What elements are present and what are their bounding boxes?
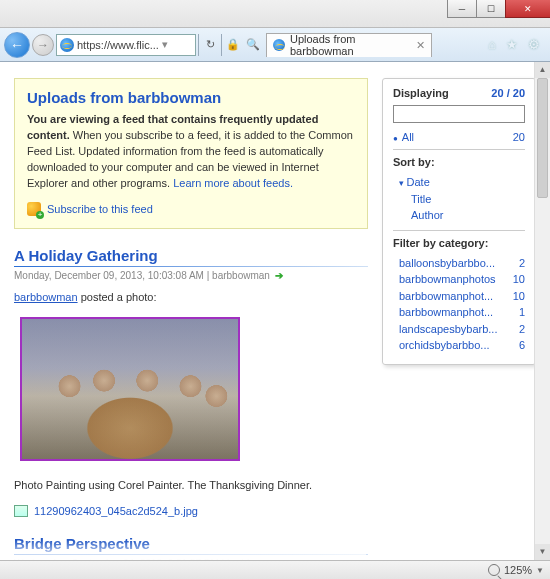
search-button[interactable]: 🔍 — [244, 34, 262, 56]
browser-toolbar: ← → https://www.flic... ▾ ↻ 🔒 🔍 Uploads … — [0, 28, 550, 62]
category-item[interactable]: balloonsbybarbbo...2 — [399, 255, 525, 272]
sort-by-label: Sort by: — [393, 156, 525, 168]
window-maximize-button[interactable]: ☐ — [476, 0, 506, 18]
sort-title[interactable]: Title — [411, 191, 525, 208]
tab-title: Uploads from barbbowman — [290, 33, 409, 57]
post-caption: Photo Painting using Corel Painter. The … — [14, 479, 368, 491]
favorites-icon[interactable]: ★ — [506, 37, 518, 52]
feed-title: Uploads from barbbowman — [27, 89, 355, 106]
feed-icon — [27, 202, 41, 216]
category-item[interactable]: barbbowmanphot...10 — [399, 288, 525, 305]
category-item[interactable]: landscapesbybarb...2 — [399, 321, 525, 338]
post-meta: Monday, December 09, 2013, 10:03:08 AM |… — [14, 270, 368, 281]
filter-input[interactable] — [393, 105, 525, 123]
zoom-control[interactable]: 125% ▼ — [488, 564, 544, 576]
scroll-down-button[interactable]: ▼ — [535, 544, 550, 560]
displaying-label: Displaying — [393, 87, 449, 99]
post-title[interactable]: Bridge Perspective — [14, 535, 368, 552]
ie-icon — [273, 39, 285, 51]
lock-icon: 🔒 — [224, 34, 242, 56]
url-text: https://www.flic... — [77, 39, 159, 51]
window-minimize-button[interactable]: ─ — [447, 0, 477, 18]
home-icon[interactable]: ⌂ — [488, 37, 496, 52]
sort-date[interactable]: Date — [399, 174, 525, 191]
forward-button[interactable]: → — [32, 34, 54, 56]
window-close-button[interactable]: ✕ — [505, 0, 550, 18]
filter-all[interactable]: ●All — [393, 131, 414, 143]
zoom-icon — [488, 564, 500, 576]
back-button[interactable]: ← — [4, 32, 30, 58]
scroll-up-button[interactable]: ▲ — [535, 62, 550, 78]
post-photo[interactable] — [20, 317, 240, 461]
zoom-level: 125% — [504, 564, 532, 576]
category-item[interactable]: orchidsbybarbbo...6 — [399, 337, 525, 354]
arrow-icon[interactable]: ➔ — [275, 270, 283, 281]
window-titlebar: ─ ☐ ✕ — [0, 0, 550, 28]
category-item[interactable]: barbbowmanphotos10 — [399, 271, 525, 288]
displaying-count: 20 / 20 — [491, 87, 525, 99]
status-bar: 125% ▼ — [0, 560, 550, 579]
subscribe-link[interactable]: Subscribe to this feed — [47, 203, 153, 215]
learn-more-link[interactable]: Learn more about feeds. — [173, 177, 293, 189]
post-body: barbbowman posted a photo: — [14, 291, 368, 303]
category-item[interactable]: barbbowmanphot...1 — [399, 304, 525, 321]
author-link[interactable]: barbbowman — [14, 291, 78, 303]
attachment-link[interactable]: 11290962403_045ac2d524_b.jpg — [14, 505, 368, 517]
post: Bridge Perspective Wednesday, September … — [14, 535, 368, 560]
sort-author[interactable]: Author — [411, 207, 525, 224]
category-list: balloonsbybarbbo...2 barbbowmanphotos10 … — [399, 255, 525, 354]
refresh-button[interactable]: ↻ — [201, 34, 219, 56]
browser-tab[interactable]: Uploads from barbbowman ✕ — [266, 33, 432, 57]
scroll-thumb[interactable] — [537, 78, 548, 198]
feed-info-box: Uploads from barbbowman You are viewing … — [14, 78, 368, 229]
filter-all-count: 20 — [513, 131, 525, 143]
vertical-scrollbar[interactable]: ▲ ▼ — [534, 62, 550, 560]
post: A Holiday Gathering Monday, December 09,… — [14, 247, 368, 517]
post-title[interactable]: A Holiday Gathering — [14, 247, 368, 264]
filter-category-label: Filter by category: — [393, 237, 525, 249]
tab-close-icon[interactable]: ✕ — [416, 39, 425, 52]
page-content: Uploads from barbbowman You are viewing … — [0, 62, 550, 560]
feed-sidebar: Displaying 20 / 20 ●All 20 Sort by: Date… — [382, 78, 536, 365]
ie-icon — [60, 38, 74, 52]
image-file-icon — [14, 505, 28, 517]
address-bar[interactable]: https://www.flic... ▾ — [56, 34, 196, 56]
feed-description: You are viewing a feed that contains fre… — [27, 112, 355, 192]
tools-icon[interactable]: ⚙ — [528, 37, 540, 52]
